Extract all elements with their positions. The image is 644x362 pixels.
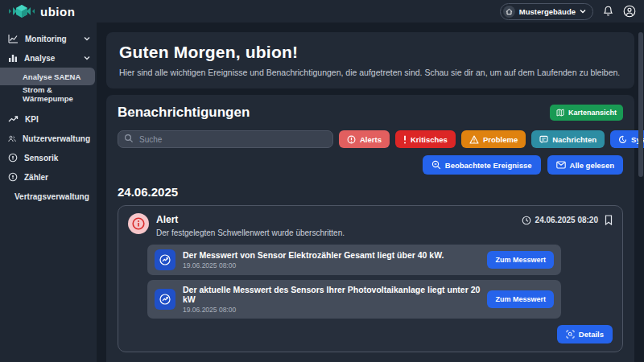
alert-timestamp: 24.06.2025 08:20 — [522, 216, 598, 225]
sidebar-subitem-label: Strom & Wärmepumpe — [23, 85, 97, 103]
alert-message: Der festgelegten Schwellenwert wurde übe… — [156, 228, 345, 237]
event-row: Der aktuelle Messwert des Sensors Ihrer … — [147, 280, 561, 319]
actions-row: Beobachtete Ereignisse Alle gelesen — [118, 155, 623, 175]
sidebar-item-sensorik[interactable]: Sensorik — [0, 148, 97, 167]
watched-events-button[interactable]: Beobachtete Ereignisse — [423, 155, 541, 175]
sidebar-item-label: Zähler — [24, 173, 48, 182]
search-field — [118, 130, 333, 148]
event-text: Der Messwert von Sensor Elektrozähler Ge… — [183, 250, 444, 260]
search-icon — [124, 134, 134, 143]
sidebar-item-nutzerverwaltung[interactable]: Nutzerverwaltung — [0, 129, 97, 148]
zum-messwert-button[interactable]: Zum Messwert — [487, 290, 554, 308]
alert-card: Alert Der festgelegten Schwellenwert wur… — [118, 205, 623, 352]
scan-search-icon — [566, 330, 575, 339]
app-window: ubion Mustergebäude — [0, 0, 644, 362]
greeting-card: Guten Morgen, ubion! Hier sind alle wich… — [106, 32, 634, 88]
building-selector[interactable]: Mustergebäude — [500, 3, 593, 20]
map-icon — [556, 109, 564, 117]
sidebar-item-kpi[interactable]: KPI — [0, 109, 97, 129]
system-history-icon — [618, 135, 627, 144]
alert-title: Alert — [156, 214, 345, 225]
alert-badge-icon — [128, 213, 149, 234]
chevron-down-icon — [84, 36, 90, 41]
exclamation-icon — [403, 135, 407, 144]
event-time: 19.06.2025 08:00 — [183, 261, 444, 269]
scrollbar-track[interactable] — [638, 24, 643, 360]
sensor-icon — [8, 153, 18, 162]
sidebar-item-zaehler[interactable]: Zähler — [0, 167, 97, 187]
greeting-title: Guten Morgen, ubion! — [119, 43, 621, 62]
filter-nachrichten-button[interactable]: Nachrichten — [531, 130, 605, 148]
measurement-chart-icon — [155, 249, 175, 270]
filter-alerts-button[interactable]: Alerts — [339, 130, 390, 148]
sidebar-subitem-strom-waermepumpe[interactable]: Strom & Wärmepumpe — [0, 85, 97, 103]
map-view-button[interactable]: Kartenansicht — [550, 105, 623, 121]
event-list: Der Messwert von Sensor Elektrozähler Ge… — [147, 245, 561, 319]
map-view-label: Kartenansicht — [568, 109, 617, 117]
filter-row: Alerts Kritisches Probleme Nachrichten S… — [118, 130, 623, 148]
sidebar-item-label: Sensorik — [24, 154, 58, 162]
sidebar-item-vertragsverwaltung[interactable]: Vertragsverwaltung — [0, 187, 97, 206]
mark-all-read-button[interactable]: Alle gelesen — [547, 155, 623, 175]
notifications-panel: Benachrichtigungen Kartenansicht Alerts — [106, 95, 634, 362]
mail-check-icon — [556, 161, 566, 169]
sidebar: Monitoring Analyse Analyse SAENA Strom &… — [0, 23, 97, 362]
greeting-subtitle: Hier sind alle wichtigen Ereignisse und … — [119, 68, 621, 77]
sidebar-item-label: Nutzerverwaltung — [23, 134, 90, 143]
sidebar-item-analyse[interactable]: Analyse — [0, 48, 97, 68]
ubion-logo: ubion — [8, 4, 75, 19]
bookmark-button[interactable] — [605, 215, 613, 225]
ubion-logo-text: ubion — [40, 5, 75, 19]
sidebar-item-monitoring[interactable]: Monitoring — [0, 29, 97, 48]
notifications-title: Benachrichtigungen — [118, 105, 250, 121]
home-icon — [503, 6, 515, 18]
filter-probleme-button[interactable]: Probleme — [461, 130, 526, 148]
search-input[interactable] — [118, 130, 333, 148]
alert-circle-icon — [347, 135, 356, 144]
bookmark-icon — [605, 215, 613, 225]
warning-triangle-icon — [469, 135, 479, 144]
topbar: ubion Mustergebäude — [0, 0, 644, 23]
line-chart-icon — [8, 34, 19, 43]
main-content: Guten Morgen, ubion! Hier sind alle wich… — [97, 23, 644, 362]
zum-messwert-button[interactable]: Zum Messwert — [487, 251, 554, 269]
message-icon — [539, 135, 548, 144]
magnifier-eye-icon — [431, 160, 441, 170]
event-row: Der Messwert von Sensor Elektrozähler Ge… — [147, 245, 561, 275]
ubion-logo-icon — [8, 4, 35, 19]
trend-up-icon — [8, 115, 19, 123]
sidebar-subitem-label: Analyse SAENA — [23, 72, 80, 81]
bar-chart-icon — [8, 53, 18, 63]
sidebar-item-label: KPI — [25, 115, 39, 124]
sidebar-item-label: Analyse — [24, 54, 55, 63]
sidebar-subitem-analyse-saena[interactable]: Analyse SAENA — [0, 68, 95, 85]
bell-icon — [603, 6, 613, 17]
account-menu-button[interactable] — [623, 5, 636, 18]
event-text: Der aktuelle Messwert des Sensors Ihrer … — [183, 285, 480, 304]
users-icon — [8, 134, 16, 143]
sidebar-item-label: Vertragsverwaltung — [14, 192, 89, 201]
filter-kritisches-button[interactable]: Kritisches — [395, 130, 456, 148]
measurement-chart-icon — [155, 289, 175, 310]
event-time: 19.06.2025 08:00 — [183, 306, 480, 314]
details-button[interactable]: Details — [557, 325, 613, 343]
user-avatar-icon — [623, 5, 636, 18]
notifications-bell-button[interactable] — [603, 6, 613, 17]
sidebar-item-label: Monitoring — [25, 35, 67, 43]
scrollbar-thumb[interactable] — [638, 32, 643, 177]
clock-icon — [522, 216, 531, 225]
meter-icon — [8, 172, 18, 182]
chevron-down-icon — [84, 56, 90, 60]
chevron-down-icon — [580, 9, 586, 14]
building-selector-label: Mustergebäude — [519, 7, 576, 16]
date-group-heading: 24.06.2025 — [118, 185, 623, 199]
